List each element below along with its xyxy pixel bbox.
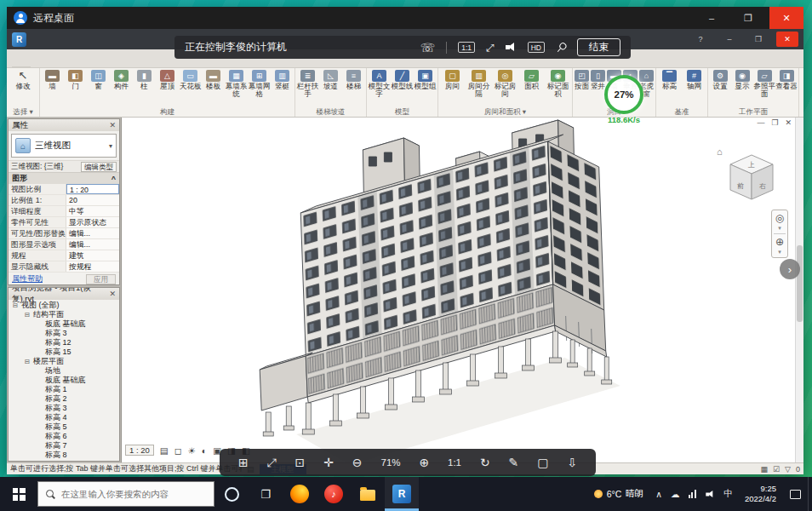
- chevron-down-icon[interactable]: ▾: [109, 142, 112, 150]
- expander-icon[interactable]: ⊟: [24, 358, 31, 365]
- ribbon-button[interactable]: A 模型文字: [368, 68, 391, 98]
- ribbon-button[interactable]: ◉ 显示: [731, 68, 753, 98]
- rotate-icon[interactable]: ↻: [480, 456, 490, 469]
- scrollbar-thumb[interactable]: [797, 245, 803, 322]
- ribbon-button[interactable]: ◈ 构件: [110, 68, 133, 98]
- ribbon-button[interactable]: ▱ 参照平面: [753, 68, 775, 98]
- home-icon[interactable]: ⌂: [717, 146, 723, 157]
- ime-indicator[interactable]: 中: [724, 488, 734, 500]
- ribbon-button[interactable]: ≡ 楼梯: [342, 68, 365, 98]
- firefox-button[interactable]: [283, 477, 317, 511]
- property-value[interactable]: 编辑...: [66, 228, 119, 238]
- action-center-icon[interactable]: [790, 490, 801, 499]
- taskbar-search[interactable]: [37, 481, 214, 507]
- revit-close-button[interactable]: ✕: [776, 32, 798, 47]
- fullscreen-icon[interactable]: ⤢: [267, 456, 277, 470]
- ribbon-button[interactable]: ▣ 模型组: [414, 68, 437, 98]
- apply-button[interactable]: 应用: [86, 274, 116, 284]
- property-value[interactable]: 20: [66, 195, 119, 205]
- property-value[interactable]: 1 : 20: [66, 184, 119, 194]
- cloud-icon[interactable]: ☁: [671, 489, 680, 499]
- ribbon-button[interactable]: ▭ 天花板: [179, 68, 202, 98]
- close-icon[interactable]: ✕: [109, 121, 116, 129]
- type-selector[interactable]: ⌂ 三维视图 ▾: [11, 134, 117, 158]
- close-icon[interactable]: ✕: [109, 290, 116, 298]
- ribbon-button[interactable]: ◰ 按面: [574, 68, 590, 98]
- tree-item[interactable]: 标高 8: [9, 451, 119, 460]
- fit-window-icon[interactable]: ✛: [323, 456, 334, 469]
- minimize-button[interactable]: –: [696, 7, 727, 29]
- collapse-icon[interactable]: ^: [112, 175, 116, 183]
- edit-type-button[interactable]: 编辑类型: [81, 162, 117, 172]
- view-close-icon[interactable]: ✕: [785, 118, 792, 127]
- music-app-button[interactable]: ♪: [317, 477, 351, 511]
- filter-icon[interactable]: ▽: [785, 465, 791, 474]
- vertical-scrollbar[interactable]: [795, 118, 803, 462]
- editable-only-icon[interactable]: ☑: [773, 465, 780, 474]
- sun-path-icon[interactable]: ☀: [187, 445, 195, 456]
- end-control-button[interactable]: 结束: [577, 38, 620, 56]
- zoom-in-icon[interactable]: ⊕: [419, 456, 429, 469]
- ribbon-button[interactable]: ◫ 窗: [87, 68, 110, 98]
- modify-button[interactable]: ↖ 修改: [8, 68, 38, 98]
- ribbon-button[interactable]: ≣ 栏杆扶手: [296, 68, 319, 98]
- ribbon-button[interactable]: ◨ 查看器: [775, 68, 798, 98]
- view-restore-icon[interactable]: ❐: [771, 118, 778, 127]
- ribbon-button[interactable]: ▥ 竖梃: [271, 68, 294, 98]
- chevron-down-icon[interactable]: ▾: [778, 249, 781, 255]
- task-view-button[interactable]: ❐: [249, 477, 283, 511]
- shadows-icon[interactable]: ◐: [202, 445, 207, 456]
- property-value[interactable]: 编辑...: [66, 239, 119, 250]
- detail-level-icon[interactable]: ▤: [160, 445, 169, 456]
- zoom-icon[interactable]: ⊕: [775, 237, 784, 247]
- voice-call-icon[interactable]: ☏: [420, 41, 436, 55]
- properties-header[interactable]: 属性 ✕: [9, 119, 119, 131]
- expand-panel-button[interactable]: ›: [780, 259, 800, 279]
- ribbon-button[interactable]: ⊞ 幕墙网格: [248, 68, 271, 98]
- network-icon[interactable]: [689, 490, 696, 498]
- ribbon-button[interactable]: ▢ 房间: [439, 68, 466, 98]
- worksets-icon[interactable]: ▦: [760, 465, 768, 474]
- ribbon-button[interactable]: ▥ 房间分隔: [466, 68, 492, 98]
- ribbon-button[interactable]: ◎ 标记房间: [492, 68, 518, 98]
- ribbon-button[interactable]: ╱ 模型线: [391, 68, 414, 98]
- speaker-icon[interactable]: [506, 43, 517, 52]
- expander-icon[interactable]: ⊟: [12, 301, 19, 309]
- drawing-area[interactable]: — ❐ ✕ ⌂ 上 前 右: [121, 118, 803, 462]
- resolution-1to1-button[interactable]: 1:1: [458, 42, 475, 53]
- hd-quality-button[interactable]: HD: [528, 42, 545, 53]
- visual-style-icon[interactable]: ◻: [174, 445, 182, 456]
- property-value[interactable]: 按规程: [66, 261, 119, 272]
- pin-icon[interactable]: [553, 40, 569, 55]
- navigation-bar[interactable]: ◎ ▾ ⊕ ▾: [771, 210, 788, 258]
- show-desktop-button[interactable]: [808, 477, 812, 511]
- actual-size-button[interactable]: 1:1: [448, 457, 461, 468]
- ribbon-button[interactable]: ◺ 坡道: [319, 68, 342, 98]
- zoom-out-icon[interactable]: ⊖: [352, 456, 363, 469]
- ribbon-button[interactable]: ▱ 面积: [518, 68, 545, 98]
- chevron-down-icon[interactable]: ▾: [778, 225, 781, 231]
- property-value[interactable]: 显示原状态: [66, 217, 119, 227]
- ribbon-button[interactable]: △ 屋顶: [156, 68, 179, 98]
- ribbon-button[interactable]: ◉ 标记面积: [545, 68, 571, 98]
- ribbon-button[interactable]: ▮ 柱: [133, 68, 156, 98]
- view-cube[interactable]: ⌂ 上 前 右: [720, 148, 783, 204]
- screenshot-icon[interactable]: ⊡: [295, 456, 306, 469]
- download-icon[interactable]: ⇩: [567, 456, 577, 469]
- instance-selector[interactable]: 三维视图: {三维}: [11, 162, 78, 172]
- cortana-button[interactable]: [214, 477, 249, 511]
- close-button[interactable]: ✕: [769, 7, 803, 29]
- volume-icon[interactable]: [706, 491, 714, 498]
- maximize-button[interactable]: ❐: [733, 7, 763, 29]
- taskbar-clock[interactable]: 9:25 2022/4/2: [738, 484, 783, 504]
- revit-logo-icon[interactable]: R: [12, 32, 26, 47]
- revit-taskbar-button[interactable]: R: [385, 477, 419, 511]
- property-value[interactable]: 建筑: [66, 250, 119, 261]
- tray-expand-icon[interactable]: ∧: [655, 489, 662, 499]
- file-explorer-button[interactable]: [351, 477, 385, 511]
- scale-control[interactable]: 1 : 20: [125, 445, 154, 456]
- ribbon-button[interactable]: ⚙ 设置: [709, 68, 731, 98]
- search-input[interactable]: [61, 489, 206, 499]
- fullscreen-icon[interactable]: ⤢: [486, 42, 495, 54]
- start-button[interactable]: [0, 477, 37, 511]
